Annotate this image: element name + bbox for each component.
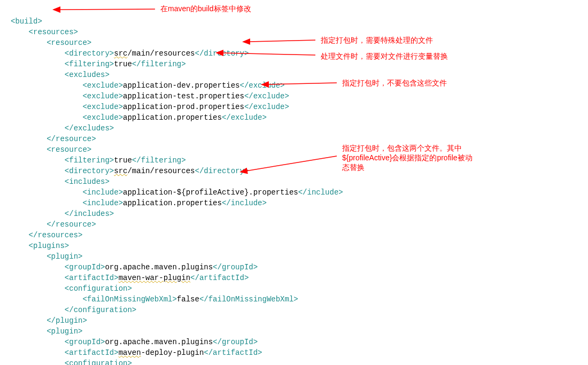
tag: </include> [222, 199, 267, 207]
tag: </excludes> [65, 124, 114, 133]
text: false [177, 295, 199, 304]
tag: <resource> [47, 145, 91, 154]
tag: </failOnMissingWebXml> [199, 295, 298, 304]
annotation-directory: 指定打包时，需要特殊处理的文件 [321, 35, 433, 45]
tag: <configuration> [65, 359, 132, 365]
tag: <resources> [29, 28, 78, 36]
tag: </filtering> [132, 60, 186, 68]
annotation-build: 在maven的build标签中修改 [160, 4, 251, 13]
text: maven-war-plugin [119, 274, 190, 282]
tag: </resources> [29, 231, 83, 239]
tag: </exclude> [244, 92, 289, 100]
tag: </artifactId> [190, 274, 249, 282]
text: application-test.properties [123, 92, 244, 100]
text: application-dev.properties [123, 81, 239, 90]
tag: </directory> [195, 49, 249, 58]
tag: <artifactId> [65, 274, 119, 282]
tag: <resource> [47, 38, 91, 47]
text: application.properties [123, 199, 222, 207]
tag: <configuration> [65, 284, 132, 293]
tag: <include> [82, 188, 123, 197]
tag: <plugins> [29, 242, 69, 250]
tag: <failOnMissingWebXml> [82, 295, 176, 304]
tag: <includes> [65, 177, 110, 186]
tag: <filtering> [65, 156, 114, 165]
xml-code-block: <build> <resources> <resource> <director… [11, 5, 577, 365]
text: /main/resources [127, 167, 195, 175]
tag: <build> [11, 17, 42, 26]
tag: </includes> [65, 209, 114, 218]
tag: <plugin> [47, 252, 82, 261]
tag: </artifactId> [204, 348, 262, 357]
text: org.apache.maven.plugins [105, 263, 213, 271]
tag: </exclude> [244, 103, 289, 111]
tag: </resource> [47, 135, 96, 143]
text: -deploy-plugin [141, 348, 204, 357]
tag: </directory> [195, 167, 249, 175]
tag: <directory> [65, 167, 114, 175]
tag: </plugin> [47, 316, 87, 325]
tag: <groupId> [65, 263, 105, 271]
text: application.properties [123, 113, 222, 122]
tag: <filtering> [65, 60, 114, 68]
annotation-excludes: 指定打包时，不要包含这些文件 [342, 78, 447, 88]
tag: <exclude> [82, 103, 123, 111]
tag: </configuration> [65, 306, 136, 314]
text: application-${profileActive}.properties [123, 188, 298, 197]
annotation-includes: 指定打包时，包含这两个文件。其中 ${profileActive}会根据指定的p… [342, 143, 473, 172]
tag: <exclude> [82, 92, 123, 100]
tag: </groupId> [213, 338, 258, 346]
tag: </include> [298, 188, 343, 197]
tag: <groupId> [65, 338, 105, 346]
text: application-prod.properties [123, 103, 244, 111]
tag: <exclude> [82, 113, 123, 122]
tag: <plugin> [47, 327, 82, 336]
tag: </exclude> [239, 81, 284, 90]
text: src [114, 167, 127, 175]
tag: <directory> [65, 49, 114, 58]
tag: <artifactId> [65, 348, 119, 357]
tag: <include> [82, 199, 123, 207]
tag: </resource> [47, 220, 96, 229]
tag: </filtering> [132, 156, 186, 165]
text: src [114, 49, 127, 58]
text: org.apache.maven.plugins [105, 338, 213, 346]
annotation-filtering: 处理文件时，需要对文件进行变量替换 [321, 51, 448, 61]
tag: <exclude> [82, 81, 123, 90]
text: true [114, 60, 132, 68]
text: true [114, 156, 132, 165]
tag: <excludes> [65, 71, 110, 79]
text: maven [119, 348, 141, 357]
text: /main/resources [127, 49, 195, 58]
tag: </groupId> [213, 263, 258, 271]
tag: </exclude> [222, 113, 267, 122]
